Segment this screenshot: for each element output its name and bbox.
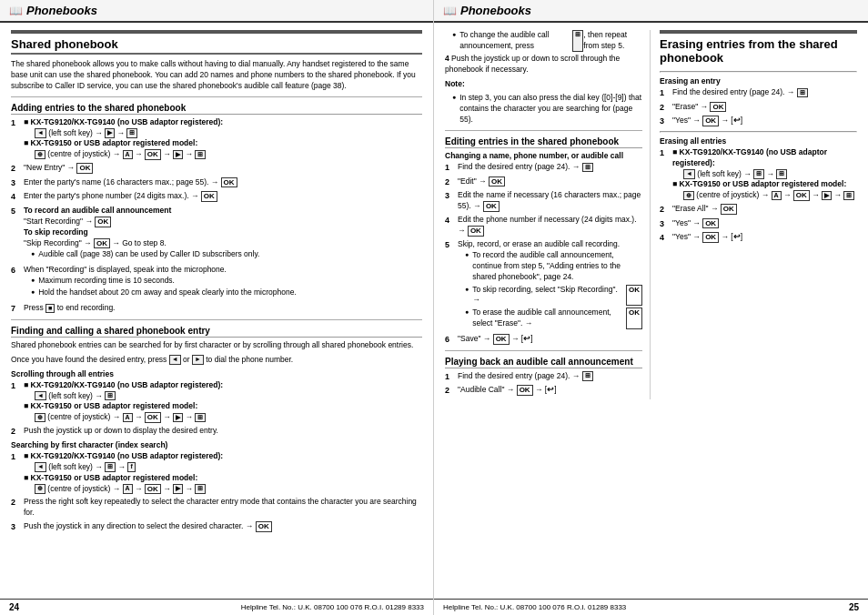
edit-step-5: 5 Skip, record, or erase an audible call… xyxy=(445,239,642,331)
scroll-model2: ■ KX-TG9150 or USB adaptor registered mo… xyxy=(24,401,197,410)
step-4: 4 Enter the party's phone number (24 dig… xyxy=(11,191,422,203)
step4-text: 4 Push the joystick up or down to scroll… xyxy=(445,54,642,76)
ok-i3: OK xyxy=(256,521,272,532)
edit-step-6-content: "Save" → OK → [↩] xyxy=(458,334,642,346)
divider-playback xyxy=(445,350,642,351)
key-a7: ▶ xyxy=(822,191,832,200)
idx-step-1: 1 ■ KX-TG9120/KX-TG9140 (no USB adaptor … xyxy=(11,451,422,495)
edit-step-6: 6 "Save" → OK → [↩] xyxy=(445,334,642,346)
key-ls3: ◄ xyxy=(35,462,46,471)
erase-all-step-1: 1 ■ KX-TG9120/KX-TG9140 (no USB adaptor … xyxy=(660,147,857,202)
erase-all-step-1-num: 1 xyxy=(660,147,672,202)
edit-step-3: 3 Edit the name if necessary (16 charact… xyxy=(445,190,642,212)
idx-step-2-num: 2 xyxy=(11,497,24,519)
erase-all-step-2-num: 2 xyxy=(660,204,672,216)
idx-step-3: 3 Push the joystick in any direction to … xyxy=(11,521,422,533)
edit-step-4-content: Edit the phone number if necessary (24 d… xyxy=(458,215,642,237)
key-e1: ⊞ xyxy=(582,163,593,172)
left-helpline: Helpline Tel. No.: U.K. 08700 100 076 R.… xyxy=(241,603,424,611)
left-footer: 24 Helpline Tel. No.: U.K. 08700 100 076… xyxy=(0,599,433,615)
step-1-model2: ■ KX-TG9150 or USB adaptor registered mo… xyxy=(24,138,197,147)
ok-i1: OK xyxy=(145,484,161,495)
right-page-number: 25 xyxy=(849,602,859,612)
erase-all-step-2-content: "Erase All" → OK xyxy=(672,204,857,216)
ok-ea1: OK xyxy=(793,190,810,201)
step-6-num: 6 xyxy=(11,265,24,301)
key-i2: f xyxy=(127,462,135,471)
key-arr2: ▶ xyxy=(173,150,183,159)
edit-step-5-num: 5 xyxy=(445,239,458,331)
erase-all-step-4-num: 4 xyxy=(660,232,672,244)
phonebook-icon-left: 📖 xyxy=(9,5,23,17)
key-c2: ⊕ xyxy=(35,413,45,422)
key-ea3: ⊞ xyxy=(843,191,854,200)
adding-steps-list: 1 ■ KX-TG9120/KX-TG9140 (no USB adaptor … xyxy=(11,117,422,315)
erase-all-subtitle: Erasing all entries xyxy=(660,136,857,146)
erase-all-model2: ■ KX-TG9150 or USB adaptor registered mo… xyxy=(672,179,846,188)
key-ls2: ◄ xyxy=(35,391,46,400)
idx-model1: ■ KX-TG9120/KX-TG9140 (no USB adaptor re… xyxy=(24,451,223,460)
edit-step-2: 2 "Edit" → OK xyxy=(445,176,642,188)
key-centre: ⊕ xyxy=(35,150,45,159)
finding-body-1: Shared phonebook entries can be searched… xyxy=(11,340,422,351)
key-c4: ⊕ xyxy=(683,191,694,200)
step-7-content: Press ■ to end recording. xyxy=(24,303,422,315)
ok-e3: OK xyxy=(483,201,500,212)
adding-entries-title: Adding entries to the shared phonebook xyxy=(11,103,422,115)
top-bullets: To change the audible call announcement,… xyxy=(445,30,642,52)
key-dial-l: ◄ xyxy=(169,355,181,364)
note-bullets: In step 3, you can also press the dial k… xyxy=(445,93,642,126)
playback-step-1-content: Find the desired entry (page 24). → ⊞ xyxy=(458,371,642,383)
right-footer: Helpline Tel. No.: U.K. 08700 100 076 R.… xyxy=(434,599,868,615)
scroll-step-1: 1 ■ KX-TG9120/KX-TG9140 (no USB adaptor … xyxy=(11,380,422,424)
erase-all-steps: 1 ■ KX-TG9120/KX-TG9140 (no USB adaptor … xyxy=(660,147,857,244)
ok-2: OK xyxy=(76,163,93,174)
right-header-title: Phonebooks xyxy=(460,4,531,17)
playback-step-2-content: "Audible Call" → OK → [↩] xyxy=(458,385,642,397)
edit-steps: 1 Find the desired entry (page 24). → ⊞ … xyxy=(445,162,642,346)
erase-all-step-4: 4 "Yes" → OK → [↩] xyxy=(660,232,857,244)
edit-bullet-2: To skip recording, select "Skip Recordin… xyxy=(458,285,642,307)
shared-phonebook-title: Shared phonebook xyxy=(11,37,422,55)
step-4-content: Enter the party's phone number (24 digit… xyxy=(24,191,422,203)
finding-body-2: Once you have found the desired entry, p… xyxy=(11,355,422,366)
erase-step-1-content: Find the desired entry (page 24). → ⊞ xyxy=(672,87,857,99)
key-a6: A xyxy=(772,191,782,200)
step-6: 6 When "Recording" is displayed, speak i… xyxy=(11,265,422,301)
section-divider-1 xyxy=(11,96,422,97)
scrolling-title: Scrolling through all entries xyxy=(11,369,422,378)
idx-keys2: ⊕ (centre of joystick) → A → OK → ▶ → ⊞ xyxy=(24,484,206,493)
step-5: 5 To record an audible call announcement… xyxy=(11,206,422,262)
edit-step-2-content: "Edit" → OK xyxy=(458,176,642,188)
edit-step-1: 1 Find the desired entry (page 24). → ⊞ xyxy=(445,162,642,174)
step-2-content: "New Entry" → OK xyxy=(24,163,422,175)
scroll-step-1-num: 1 xyxy=(11,380,24,424)
ok-p2: OK xyxy=(517,385,533,396)
left-content: Shared phonebook The shared phonebook al… xyxy=(0,23,433,599)
erase-step-2: 2 "Erase" → OK xyxy=(660,102,857,114)
step-5-content: To record an audible call announcement "… xyxy=(24,206,422,262)
ok-box-1: OK xyxy=(145,149,161,160)
erase-step-3-content: "Yes" → OK → [↩] xyxy=(672,116,857,127)
edit-step-5-bullets: To record the audible call announcement,… xyxy=(458,250,642,329)
scroll-step-2: 2 Push the joystick up or down to displa… xyxy=(11,426,422,438)
key-c3: ⊕ xyxy=(35,484,45,493)
divider-edit xyxy=(445,130,642,131)
step-5-record-label: To record an audible call announcement xyxy=(24,206,171,215)
erase-step-3-num: 3 xyxy=(660,116,672,127)
decorative-bar-right xyxy=(660,30,857,34)
key-left-soft: ◄ xyxy=(35,128,46,137)
ok-e2: OK xyxy=(489,176,505,187)
scroll-step-1-content: ■ KX-TG9120/KX-TG9140 (no USB adaptor re… xyxy=(24,380,422,424)
scroll-step-2-num: 2 xyxy=(11,426,24,438)
ok-3: OK xyxy=(221,177,237,188)
edit-step-5-content: Skip, record, or erase an audible call r… xyxy=(458,239,642,331)
step-6-bullets: Maximum recording time is 10 seconds. Ho… xyxy=(24,276,422,299)
step-6-bullet-1: Maximum recording time is 10 seconds. xyxy=(24,276,422,287)
erase-divider-1 xyxy=(660,71,857,73)
playback-step-1-num: 1 xyxy=(445,371,458,383)
note-label-r: Note: xyxy=(445,79,642,90)
ok-eb2: OK xyxy=(626,285,642,307)
key-icon-s1: ⊞ xyxy=(105,391,116,400)
scroll-keys2: ⊕ (centre of joystick) → A → OK → ▶ → ⊞ xyxy=(24,412,206,421)
